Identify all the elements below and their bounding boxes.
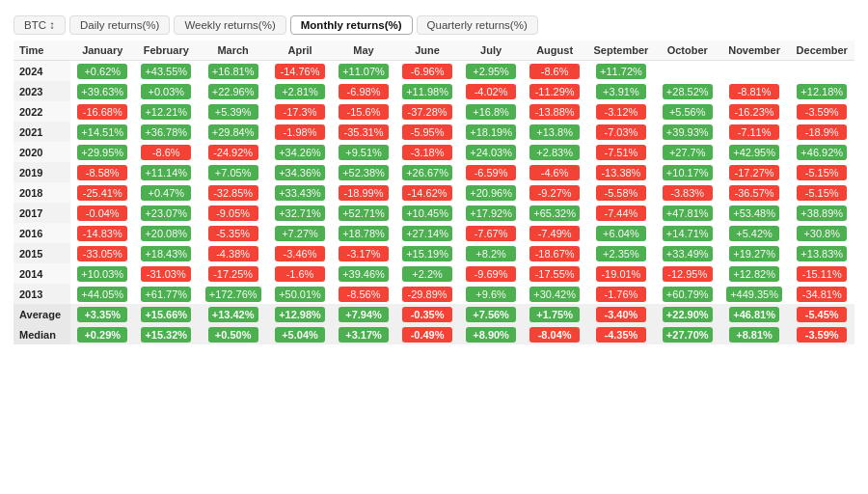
table-cell: -3.18%: [395, 142, 459, 162]
table-cell: -7.44%: [586, 203, 656, 223]
table-cell: -36.57%: [719, 182, 790, 203]
table-cell: +27.14%: [395, 223, 459, 243]
table-cell: +24.03%: [459, 142, 523, 162]
col-header-october: October: [656, 41, 719, 61]
table-cell: +5.39%: [198, 101, 268, 122]
table-cell: +0.62%: [70, 61, 134, 82]
table-cell: +449.35%: [719, 284, 790, 304]
table-cell: +16.81%: [198, 61, 268, 82]
col-header-january: January: [70, 41, 134, 61]
table-cell: -15.11%: [789, 263, 854, 284]
table-cell: +30.42%: [523, 284, 586, 304]
table-cell: +52.38%: [332, 162, 395, 182]
average-cell: +15.66%: [134, 304, 198, 324]
table-cell: +11.98%: [395, 81, 459, 101]
table-cell: -7.67%: [459, 223, 523, 243]
table-cell: -17.55%: [523, 263, 586, 284]
average-cell: +7.56%: [459, 304, 523, 324]
table-row: 2017-0.04%+23.07%-9.05%+32.71%+52.71%+10…: [14, 203, 854, 223]
table-cell: +18.19%: [459, 122, 523, 142]
table-cell: +11.72%: [586, 61, 656, 82]
year-cell: 2014: [14, 263, 70, 284]
col-header-december: December: [789, 41, 854, 61]
table-row: 2013+44.05%+61.77%+172.76%+50.01%-8.56%-…: [14, 284, 854, 304]
table-cell: +2.2%: [395, 263, 459, 284]
tab-btc[interactable]: BTC ↕: [14, 15, 66, 35]
table-cell: -16.68%: [70, 101, 134, 122]
table-cell: +0.47%: [134, 182, 198, 203]
table-cell: +3.91%: [586, 81, 656, 101]
table-cell: +2.83%: [523, 142, 586, 162]
table-cell: +27.7%: [656, 142, 719, 162]
table-cell: -17.25%: [198, 263, 268, 284]
year-cell: 2013: [14, 284, 70, 304]
col-header-april: April: [268, 41, 332, 61]
table-cell: +12.21%: [134, 101, 198, 122]
table-cell: +6.04%: [586, 223, 656, 243]
table-cell: +20.96%: [459, 182, 523, 203]
table-cell: -12.95%: [656, 263, 719, 284]
year-cell: 2021: [14, 122, 70, 142]
table-row: 2022-16.68%+12.21%+5.39%-17.3%-15.6%-37.…: [14, 101, 854, 122]
table-cell: +29.84%: [198, 122, 268, 142]
tab-weekly[interactable]: Weekly returns(%): [174, 15, 285, 35]
table-cell: -1.76%: [586, 284, 656, 304]
table-cell: +53.48%: [719, 203, 790, 223]
table-cell: +9.51%: [332, 142, 395, 162]
table-cell: +13.83%: [789, 243, 854, 263]
table-cell: +65.32%: [523, 203, 586, 223]
table-cell: -1.98%: [268, 122, 332, 142]
returns-table: TimeJanuaryFebruaryMarchAprilMayJuneJuly…: [14, 41, 854, 344]
tab-quarterly[interactable]: Quarterly returns(%): [417, 15, 538, 35]
table-cell: -15.6%: [332, 101, 395, 122]
table-cell: -18.99%: [332, 182, 395, 203]
table-cell: +22.96%: [198, 81, 268, 101]
table-cell: -7.03%: [586, 122, 656, 142]
table-cell: -14.62%: [395, 182, 459, 203]
table-row: 2018-25.41%+0.47%-32.85%+33.43%-18.99%-1…: [14, 182, 854, 203]
table-cell: +26.67%: [395, 162, 459, 182]
table-cell: -31.03%: [134, 263, 198, 284]
table-cell: +5.42%: [719, 223, 790, 243]
table-cell: +16.8%: [459, 101, 523, 122]
year-cell: 2019: [14, 162, 70, 182]
table-cell: +29.95%: [70, 142, 134, 162]
table-cell: -24.92%: [198, 142, 268, 162]
median-cell: -4.35%: [586, 324, 656, 344]
average-cell: -0.35%: [395, 304, 459, 324]
table-cell: -5.15%: [789, 182, 854, 203]
table-row: 2023+39.63%+0.03%+22.96%+2.81%-6.98%+11.…: [14, 81, 854, 101]
table-cell: -13.38%: [586, 162, 656, 182]
table-cell: +33.43%: [268, 182, 332, 203]
table-cell: +19.27%: [719, 243, 790, 263]
table-cell: [789, 61, 854, 82]
average-cell: +46.81%: [719, 304, 790, 324]
main-container: BTC ↕Daily returns(%)Weekly returns(%)Mo…: [0, 0, 868, 354]
table-cell: +28.52%: [656, 81, 719, 101]
col-header-may: May: [332, 41, 395, 61]
col-header-august: August: [523, 41, 586, 61]
tab-monthly[interactable]: Monthly returns(%): [290, 15, 413, 35]
table-row: 2016-14.83%+20.08%-5.35%+7.27%+18.78%+27…: [14, 223, 854, 243]
table-cell: -13.88%: [523, 101, 586, 122]
table-cell: +60.79%: [656, 284, 719, 304]
table-cell: -18.9%: [789, 122, 854, 142]
average-label: Average: [14, 304, 70, 324]
table-cell: -5.95%: [395, 122, 459, 142]
average-cell: +1.75%: [523, 304, 586, 324]
table-cell: -7.11%: [719, 122, 790, 142]
table-cell: +52.71%: [332, 203, 395, 223]
col-header-time: Time: [14, 41, 70, 61]
median-label: Median: [14, 324, 70, 344]
table-cell: [719, 61, 790, 82]
average-row: Average+3.35%+15.66%+13.42%+12.98%+7.94%…: [14, 304, 854, 324]
tab-daily[interactable]: Daily returns(%): [69, 15, 170, 35]
table-cell: +2.35%: [586, 243, 656, 263]
table-row: 2021+14.51%+36.78%+29.84%-1.98%-35.31%-5…: [14, 122, 854, 142]
table-cell: -29.89%: [395, 284, 459, 304]
table-cell: +10.17%: [656, 162, 719, 182]
table-cell: +12.82%: [719, 263, 790, 284]
median-cell: +8.81%: [719, 324, 790, 344]
table-cell: +11.07%: [332, 61, 395, 82]
table-cell: -1.6%: [268, 263, 332, 284]
